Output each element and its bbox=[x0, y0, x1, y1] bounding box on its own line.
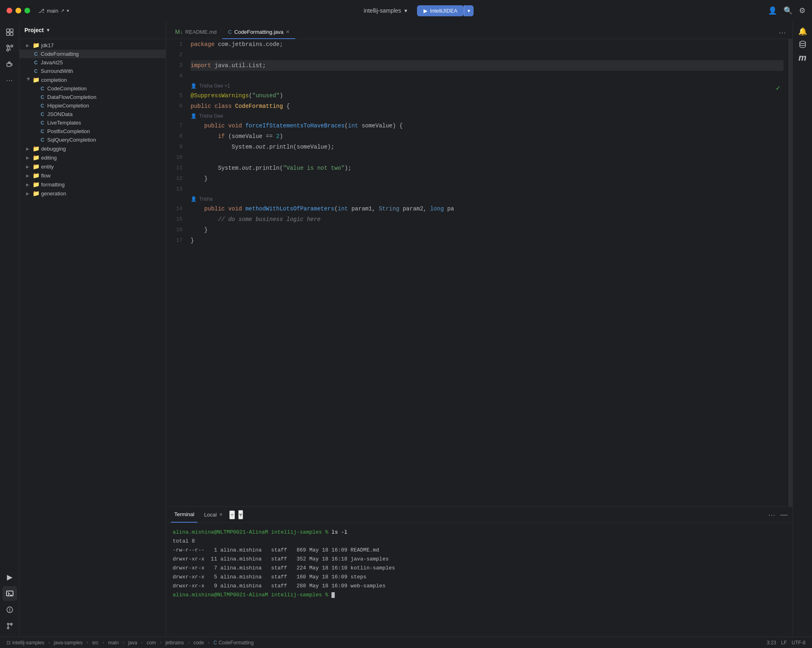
tab-close-icon[interactable]: ✕ bbox=[286, 29, 290, 35]
status-code[interactable]: code bbox=[192, 640, 206, 646]
java-file-icon: C bbox=[39, 112, 46, 117]
terminal-prompt: alina.mishina@NLTMP0021-AlinaM intellij-… bbox=[173, 529, 331, 535]
code-line-1: package com.jetbrains.code; bbox=[191, 39, 783, 50]
tab-readme[interactable]: M↓ README.md bbox=[169, 25, 222, 39]
tab-overflow-button[interactable]: ⋯ bbox=[775, 26, 789, 39]
status-position[interactable]: 3:23 bbox=[765, 640, 778, 646]
status-java[interactable]: java bbox=[127, 640, 139, 646]
status-codeformatting[interactable]: C CodeFormatting bbox=[212, 640, 255, 646]
run-dropdown-button[interactable]: ▾ bbox=[464, 5, 474, 16]
status-encoding-label: UTF-8 bbox=[792, 640, 805, 646]
sidebar-item-jsondata[interactable]: C JSONData bbox=[20, 110, 166, 118]
folder-icon: 📁 bbox=[33, 145, 40, 152]
vertical-scrollbar[interactable] bbox=[788, 39, 792, 506]
sidebar-item-formatting[interactable]: ▶ 📁 formatting bbox=[20, 180, 166, 189]
status-main[interactable]: main bbox=[106, 640, 120, 646]
search-button[interactable]: 🔍 bbox=[783, 6, 792, 15]
status-encoding[interactable]: UTF-8 bbox=[790, 640, 807, 646]
sidebar-item-label: flow bbox=[41, 173, 50, 179]
status-breadcrumb-project[interactable]: ⊡ intellij-samples bbox=[5, 640, 46, 646]
rail-vcs-icon[interactable] bbox=[2, 41, 17, 55]
branch-area[interactable]: ⎇ main ↗ ▾ bbox=[38, 8, 69, 14]
status-src[interactable]: src bbox=[90, 640, 100, 646]
code-line-6: public class CodeFormatting { bbox=[191, 101, 783, 112]
rail-plugins-icon[interactable] bbox=[2, 57, 17, 72]
close-button[interactable] bbox=[7, 8, 12, 13]
terminal-body[interactable]: alina.mishina@NLTMP0021-AlinaM intellij-… bbox=[166, 523, 792, 637]
svg-point-4 bbox=[7, 45, 9, 47]
terminal-output-kotlin-samples: drwxr-xr-x 7 alina.mishina staff 224 May… bbox=[173, 564, 786, 573]
sidebar-item-hippiecompletion[interactable]: C HippieCompletion bbox=[20, 101, 166, 110]
sidebar-header[interactable]: Project ▾ bbox=[20, 21, 166, 39]
database-icon[interactable] bbox=[798, 40, 807, 51]
main-layout: ··· ▶ bbox=[0, 21, 812, 637]
svg-point-16 bbox=[9, 611, 10, 612]
code-line-2 bbox=[191, 50, 783, 60]
code-content[interactable]: ✓ package com.jetbrains.code; import jav… bbox=[186, 39, 788, 506]
status-line-ending[interactable]: LF bbox=[779, 640, 788, 646]
tab-codeformatting[interactable]: C CodeFormatting.java ✕ bbox=[222, 26, 295, 39]
maximize-button[interactable] bbox=[24, 8, 30, 13]
rail-more-icon[interactable]: ··· bbox=[2, 73, 17, 88]
terminal-add-button[interactable]: + bbox=[229, 510, 235, 519]
terminal-more-button[interactable]: ▾ bbox=[238, 510, 243, 519]
terminal-session-close-icon[interactable]: ✕ bbox=[219, 512, 223, 517]
folder-icon: 📁 bbox=[33, 163, 40, 170]
sidebar-item-generation[interactable]: ▶ 📁 generation bbox=[20, 189, 166, 198]
sidebar-item-surroundwith[interactable]: C SurroundWith bbox=[20, 67, 166, 75]
rail-project-icon[interactable] bbox=[2, 24, 17, 39]
rail-run-icon[interactable]: ▶ bbox=[2, 570, 17, 585]
status-com[interactable]: com bbox=[145, 640, 158, 646]
author-name: Trisha Gee bbox=[199, 112, 223, 120]
sidebar-item-flow[interactable]: ▶ 📁 flow bbox=[20, 171, 166, 180]
sidebar-item-editing[interactable]: ▶ 📁 editing bbox=[20, 153, 166, 162]
sidebar-item-completion[interactable]: ▶ 📁 completion bbox=[20, 75, 166, 84]
notification-bell-icon[interactable]: 🔔 bbox=[796, 24, 810, 38]
profile-button[interactable]: 👤 bbox=[768, 6, 777, 15]
sidebar-item-dataflowcompletion[interactable]: C DataFlowCompletion bbox=[20, 93, 166, 101]
java-file-icon: C bbox=[33, 60, 39, 66]
title-bar: ⎇ main ↗ ▾ intellij-samples ▾ ▶ IntelliJ… bbox=[0, 0, 812, 21]
sidebar-item-codeformatting[interactable]: C CodeFormatting bbox=[20, 50, 166, 58]
status-java-samples[interactable]: java-samples bbox=[52, 640, 84, 646]
terminal-tab[interactable]: Terminal bbox=[171, 507, 198, 523]
minimize-button[interactable] bbox=[15, 8, 21, 13]
sidebar-item-label: SurroundWith bbox=[41, 68, 73, 74]
m-icon[interactable]: m bbox=[799, 53, 807, 63]
sidebar: Project ▾ ▶ 📁 jdk17 C CodeFormatting C J… bbox=[20, 21, 166, 637]
svg-point-19 bbox=[7, 627, 9, 629]
terminal-minimize-button[interactable]: — bbox=[780, 510, 788, 519]
terminal-session-tab[interactable]: Local ✕ bbox=[201, 507, 226, 523]
code-editor[interactable]: 1 2 3 4 5 6 7 8 9 10 11 12 13 14 1 bbox=[166, 39, 792, 506]
svg-rect-2 bbox=[7, 33, 9, 35]
run-button[interactable]: ▶ IntelliJIDEA bbox=[417, 5, 464, 16]
code-line-11: System.out.println("Value is not two"); bbox=[191, 163, 783, 173]
rail-terminal-icon[interactable] bbox=[2, 586, 17, 601]
rail-git-icon[interactable] bbox=[2, 619, 17, 633]
svg-rect-0 bbox=[7, 29, 9, 32]
sidebar-item-postfixcompletion[interactable]: C PostfixCompletion bbox=[20, 127, 166, 136]
terminal-command: ls -l bbox=[331, 529, 347, 535]
java-file-icon: C bbox=[39, 120, 46, 126]
sidebar-item-codecompletion[interactable]: C CodeCompletion bbox=[20, 84, 166, 93]
status-jetbrains[interactable]: jetbrains bbox=[164, 640, 185, 646]
sidebar-item-sqlquerycompletion[interactable]: C SqlQueryCompletion bbox=[20, 136, 166, 144]
tree-arrow-icon: ▶ bbox=[26, 191, 31, 196]
sidebar-item-livetemplates[interactable]: C LiveTemplates bbox=[20, 118, 166, 127]
sidebar-item-javaat25[interactable]: C JavaAt25 bbox=[20, 58, 166, 67]
code-line-7: public void forceIfStatementsToHaveBrace… bbox=[191, 120, 783, 131]
code-line-4 bbox=[191, 71, 783, 81]
terminal-area: Terminal Local ✕ + ▾ ⋯ — alina.mishina@N… bbox=[166, 506, 792, 637]
sidebar-item-debugging[interactable]: ▶ 📁 debugging bbox=[20, 144, 166, 153]
terminal-output-web-samples: drwxr-xr-x 9 alina.mishina staff 288 May… bbox=[173, 582, 786, 591]
sidebar-item-label: SqlQueryCompletion bbox=[47, 137, 96, 143]
status-breadcrumb-project-label: intellij-samples bbox=[12, 640, 44, 646]
settings-button[interactable]: ⚙ bbox=[799, 6, 805, 15]
line-num-15: 15 bbox=[166, 214, 182, 225]
sidebar-item-jdk17[interactable]: ▶ 📁 jdk17 bbox=[20, 41, 166, 50]
rail-problems-icon[interactable] bbox=[2, 602, 17, 617]
java-file-icon: C bbox=[39, 129, 46, 134]
terminal-overflow-button[interactable]: ⋯ bbox=[768, 510, 775, 519]
sidebar-item-entity[interactable]: ▶ 📁 entity bbox=[20, 162, 166, 171]
tree-arrow-icon: ▶ bbox=[26, 173, 31, 178]
